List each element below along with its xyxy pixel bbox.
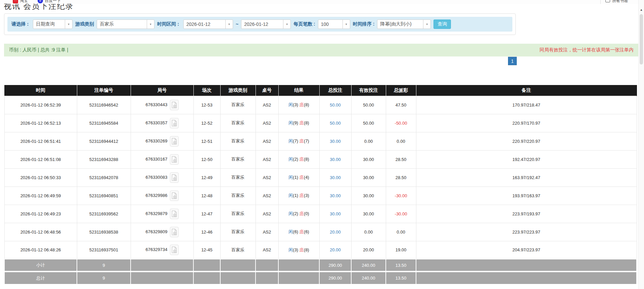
scrollbar-thumb[interactable] xyxy=(640,14,643,65)
page-size-select[interactable]: 100 ▼ xyxy=(318,19,350,29)
all-bookmarks-button[interactable]: 所有书签 xyxy=(600,0,628,4)
cell-game-type: 百家乐 xyxy=(220,168,256,187)
cell-round-id: 676329879 xyxy=(131,205,193,223)
col-header-payout: 总派彩 xyxy=(386,85,416,96)
cell-session: 12-48 xyxy=(193,187,220,205)
vertical-scrollbar[interactable]: ▲ xyxy=(638,0,644,289)
cell-session: 12-49 xyxy=(193,168,220,187)
cell-time: 2026-01-12 06:52:39 xyxy=(4,96,77,114)
total-count: 9 xyxy=(77,272,131,284)
result-banker-label: 庄 xyxy=(300,138,304,143)
cell-session: 12-45 xyxy=(193,241,220,259)
col-header-session: 场次 xyxy=(193,85,220,96)
result-player-label: 闲 xyxy=(288,102,293,107)
video-replay-button[interactable] xyxy=(170,209,179,219)
video-replay-button[interactable] xyxy=(170,100,179,110)
cell-bet-id: 523116944412 xyxy=(77,132,131,150)
col-header-table-no: 桌号 xyxy=(256,85,278,96)
cell-round-id: 676330357 xyxy=(131,114,193,132)
pagination-page-1-button[interactable]: 1 xyxy=(508,57,517,65)
date-to-select[interactable]: 2026-01-12 ▼ xyxy=(241,19,291,29)
total-bet-link[interactable]: 30.00 xyxy=(330,139,341,144)
query-button[interactable]: 查询 xyxy=(433,19,451,29)
cell-time: 2026-01-12 06:48:56 xyxy=(4,223,77,241)
cell-remark: 192.47/220.97 xyxy=(416,150,637,168)
total-bet-link[interactable]: 50.00 xyxy=(330,121,341,126)
cell-bet-id: 523116945584 xyxy=(77,114,131,132)
chevron-down-icon: ▼ xyxy=(342,20,350,29)
video-record-icon xyxy=(172,156,177,163)
bet-record-row: 2026-01-12 06:52:39523116946542676330443… xyxy=(4,96,637,114)
total-bet-link[interactable]: 30.00 xyxy=(330,157,341,162)
cell-total-bet: 30.00 xyxy=(319,132,351,150)
game-type-label: 游戏类别 xyxy=(75,21,94,27)
date-range-separator: ~ xyxy=(236,22,238,27)
chevron-down-icon: ▼ xyxy=(423,20,430,29)
cell-result: 闲(7) 庄(7) xyxy=(278,132,319,150)
cell-remark: 193.97/163.97 xyxy=(416,187,637,205)
cell-remark: 204.97/223.97 xyxy=(416,241,637,259)
cell-table-no: AS2 xyxy=(256,241,278,259)
bet-record-row: 2026-01-12 06:48:56523116938538676329809… xyxy=(4,223,637,241)
bet-record-row: 2026-01-12 06:49:59523116940851676329986… xyxy=(4,187,637,205)
chevron-down-icon: ▼ xyxy=(65,20,72,29)
result-banker-label: 庄 xyxy=(300,120,304,125)
cell-time: 2026-01-12 06:51:08 xyxy=(4,150,77,168)
cell-round-id: 676330269 xyxy=(131,132,193,150)
cell-valid-bet: 30.00 xyxy=(351,205,386,223)
cell-game-type: 百家乐 xyxy=(220,187,256,205)
game-type-select[interactable]: 百家乐 ▼ xyxy=(97,19,154,29)
cell-session: 12-46 xyxy=(193,223,220,241)
result-player-label: 闲 xyxy=(288,138,293,143)
cell-valid-bet: 0.00 xyxy=(351,223,386,241)
taobao-favicon-icon: ··· xyxy=(13,0,18,3)
video-record-icon xyxy=(172,120,177,127)
cell-table-no: AS2 xyxy=(256,168,278,187)
video-record-icon xyxy=(172,210,177,217)
valid-bet-notice: 同局有效投注，统一计算在该局第一张注单内 xyxy=(540,47,634,53)
cell-result: 闲(1) 庄(4) xyxy=(278,168,319,187)
cell-valid-bet: 50.00 xyxy=(351,114,386,132)
bet-record-row: 2026-01-12 06:49:23523116939562676329879… xyxy=(4,205,637,223)
video-replay-button[interactable] xyxy=(170,118,179,128)
cell-total-bet: 20.00 xyxy=(319,223,351,241)
cell-result: 闲(6) 庄(6) xyxy=(278,223,319,241)
cell-remark: 223.97/193.97 xyxy=(416,205,637,223)
chevron-down-icon: ▼ xyxy=(225,20,233,29)
cell-round-id: 676330167 xyxy=(131,150,193,168)
cell-result: 闲(3) 庄(8) xyxy=(278,241,319,259)
cell-session: 12-47 xyxy=(193,205,220,223)
cell-payout: 0.00 xyxy=(386,132,416,150)
total-bet-link[interactable]: 30.00 xyxy=(330,211,341,216)
video-replay-button[interactable] xyxy=(170,191,179,201)
video-replay-button[interactable] xyxy=(170,245,179,255)
cell-time: 2026-01-12 06:49:59 xyxy=(4,187,77,205)
video-replay-button[interactable] xyxy=(170,172,179,183)
video-replay-button[interactable] xyxy=(170,136,179,147)
table-header-row: 时间 注单编号 局号 场次 游戏类别 桌号 结果 总投注 有效投注 总派彩 备注 xyxy=(4,85,637,96)
total-bet-link[interactable]: 20.00 xyxy=(330,247,341,252)
all-bookmarks-label: 所有书签 xyxy=(612,0,628,4)
total-label: 总计 xyxy=(4,272,77,284)
total-bet-link[interactable]: 30.00 xyxy=(330,193,341,198)
cell-payout: -50.00 xyxy=(386,114,416,132)
total-bet-link[interactable]: 20.00 xyxy=(330,230,341,235)
scroll-up-arrow-icon[interactable]: ▲ xyxy=(639,8,644,11)
video-replay-button[interactable] xyxy=(170,227,179,237)
bet-record-row: 2026-01-12 06:50:33523116942078676330083… xyxy=(4,168,637,187)
col-header-game-type: 游戏类别 xyxy=(220,85,256,96)
query-type-select[interactable]: 日期查询 ▼ xyxy=(33,19,73,29)
filter-bar: 请选择： 日期查询 ▼ 游戏类别 百家乐 ▼ 时间区间： 2026-01-12 … xyxy=(7,17,512,32)
total-bet-link[interactable]: 50.00 xyxy=(330,102,341,108)
bet-record-row: 2026-01-12 06:52:13523116945584676330357… xyxy=(4,114,637,132)
cell-payout: 28.50 xyxy=(386,168,416,187)
total-bet-link[interactable]: 30.00 xyxy=(330,175,341,180)
date-from-select[interactable]: 2026-01-12 ▼ xyxy=(183,19,233,29)
cell-total-bet: 30.00 xyxy=(319,150,351,168)
video-replay-button[interactable] xyxy=(170,154,179,165)
currency-total-text: 币别 : 人民币 | 总共 :9 注单 | xyxy=(9,47,68,53)
date-range-label: 时间区间： xyxy=(157,21,181,27)
filter-panel: 请选择： 日期查询 ▼ 游戏类别 百家乐 ▼ 时间区间： 2026-01-12 … xyxy=(4,13,516,35)
cell-valid-bet: 30.00 xyxy=(351,168,386,187)
sort-order-select[interactable]: 降幂(由大到小) ▼ xyxy=(377,19,431,29)
